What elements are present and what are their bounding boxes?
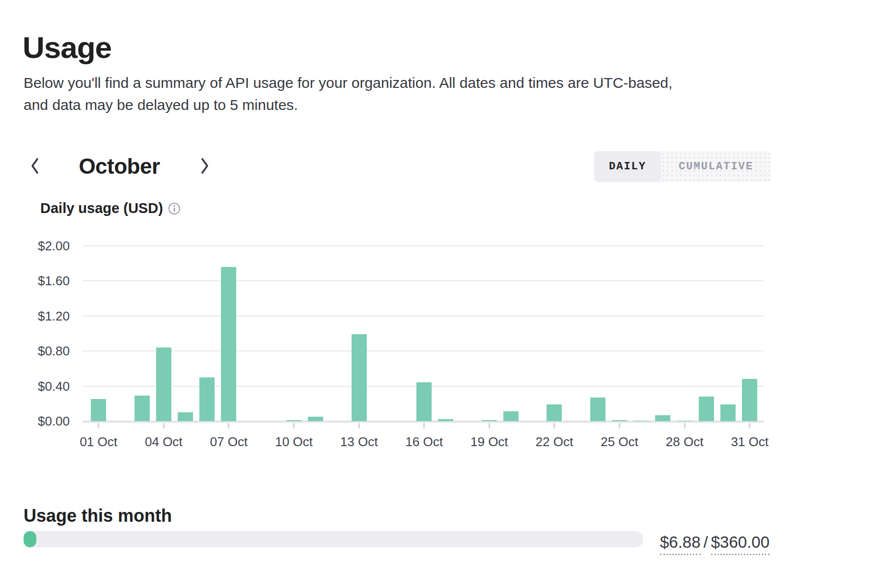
bar-20-oct xyxy=(503,411,519,421)
x-axis-tick-label: 13 Oct xyxy=(327,434,391,450)
x-axis-tick-label: 25 Oct xyxy=(588,434,652,450)
x-axis-tick-mark xyxy=(489,423,490,428)
bar-06-oct xyxy=(199,377,215,421)
info-icon[interactable] xyxy=(167,202,181,217)
bar-28-oct xyxy=(677,421,692,422)
chevron-left-icon xyxy=(29,157,41,176)
x-axis-tick-mark xyxy=(553,423,555,428)
bar-30-oct xyxy=(720,404,736,421)
chevron-right-icon xyxy=(199,157,211,176)
bar-03-oct xyxy=(135,396,150,421)
bar-19-oct xyxy=(482,420,497,421)
usage-limit-amount[interactable]: $360.00 xyxy=(711,533,769,555)
x-axis-tick-mark xyxy=(684,423,686,428)
usage-progress-fill xyxy=(24,531,36,547)
tab-daily[interactable]: DAILY xyxy=(594,151,661,182)
x-axis-tick-label: 10 Oct xyxy=(262,434,326,450)
bar-16-oct xyxy=(416,382,432,421)
bar-31-oct xyxy=(742,379,757,421)
bar-13-oct xyxy=(352,334,367,421)
page-description: Below you'll find a summary of API usage… xyxy=(24,72,672,116)
chart-title: Daily usage (USD) xyxy=(40,200,163,216)
y-axis-tick-label: $2.00 xyxy=(26,238,70,254)
y-axis-tick-label: $0.00 xyxy=(26,413,70,429)
x-axis-tick-mark xyxy=(163,423,165,428)
previous-month-button[interactable] xyxy=(24,152,46,181)
y-axis-tick-label: $1.20 xyxy=(26,308,70,324)
usage-used-amount[interactable]: $6.88 xyxy=(660,533,701,555)
bar-10-oct xyxy=(286,420,302,421)
usage-amounts: $6.88/$360.00 xyxy=(660,533,769,552)
x-axis-tick-label: 31 Oct xyxy=(718,434,782,450)
usage-amount-separator: / xyxy=(701,533,711,551)
usage-progress-bar xyxy=(24,531,643,547)
y-axis-tick-label: $1.60 xyxy=(26,273,70,289)
x-axis-tick-mark xyxy=(749,423,750,428)
y-axis-tick-label: $0.80 xyxy=(26,343,70,359)
bar-05-oct xyxy=(178,412,193,421)
x-axis-tick-mark xyxy=(358,423,360,428)
x-axis-tick-mark xyxy=(228,423,229,428)
x-axis-tick-mark xyxy=(98,423,99,428)
bar-04-oct xyxy=(156,347,171,421)
view-toggle: DAILY CUMULATIVE xyxy=(594,151,771,182)
x-axis-tick-mark xyxy=(619,423,620,428)
page-description-line1: Below you'll find a summary of API usage… xyxy=(24,72,672,94)
x-axis-tick-label: 07 Oct xyxy=(197,434,261,450)
current-month-label: October xyxy=(64,152,175,181)
next-month-button[interactable] xyxy=(193,152,216,181)
bar-01-oct xyxy=(91,399,106,421)
x-axis-tick-label: 16 Oct xyxy=(392,434,456,450)
x-axis-tick-label: 01 Oct xyxy=(67,434,131,450)
x-axis-tick-label: 22 Oct xyxy=(522,434,586,450)
gridline xyxy=(82,350,764,351)
daily-usage-bar-chart xyxy=(82,246,764,421)
bar-24-oct xyxy=(590,398,605,421)
bar-17-oct xyxy=(438,419,453,421)
bar-11-oct xyxy=(308,417,323,421)
x-axis-tick-mark xyxy=(423,423,425,428)
x-axis-tick-label: 04 Oct xyxy=(132,434,195,450)
y-axis-tick-label: $0.40 xyxy=(26,378,70,394)
usage-this-month-heading: Usage this month xyxy=(24,506,172,526)
tab-cumulative[interactable]: CUMULATIVE xyxy=(661,151,771,182)
bar-29-oct xyxy=(699,397,714,421)
page-description-line2: and data may be delayed up to 5 minutes. xyxy=(24,94,672,116)
bar-27-oct xyxy=(655,415,670,421)
bar-26-oct xyxy=(633,421,649,422)
gridline xyxy=(82,316,764,317)
x-axis-tick-label: 28 Oct xyxy=(653,434,716,450)
page-title: Usage xyxy=(23,30,111,65)
x-axis-tick-label: 19 Oct xyxy=(457,434,521,450)
bar-07-oct xyxy=(221,267,236,421)
bar-25-oct xyxy=(612,420,627,421)
gridline xyxy=(82,280,764,281)
gridline xyxy=(82,245,764,246)
bar-22-oct xyxy=(547,404,562,421)
x-axis-tick-mark xyxy=(293,423,295,428)
